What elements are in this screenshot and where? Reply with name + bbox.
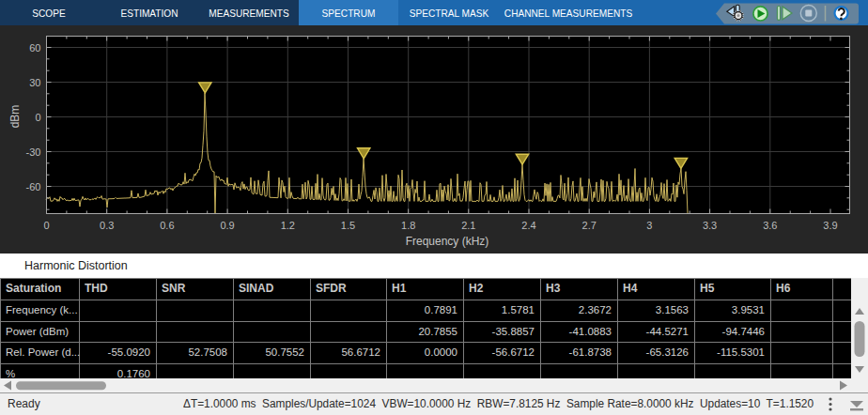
- svg-text:0: 0: [43, 220, 49, 231]
- svg-text:1.2: 1.2: [281, 220, 295, 231]
- svg-text:0.9: 0.9: [220, 220, 234, 231]
- svg-text:2.7: 2.7: [582, 220, 597, 231]
- svg-text:3.9: 3.9: [823, 220, 837, 231]
- svg-text:Frequency (kHz): Frequency (kHz): [406, 235, 489, 248]
- svg-text:3.6: 3.6: [763, 220, 777, 231]
- svg-text:1.8: 1.8: [401, 220, 415, 231]
- svg-text:dBm: dBm: [8, 105, 22, 129]
- svg-text:30: 30: [29, 77, 40, 88]
- svg-text:2.4: 2.4: [521, 220, 535, 231]
- svg-text:0.6: 0.6: [160, 220, 174, 231]
- svg-text:60: 60: [29, 42, 40, 54]
- svg-text:-60: -60: [26, 181, 41, 192]
- svg-text:0.3: 0.3: [100, 220, 114, 231]
- svg-text:3: 3: [646, 220, 652, 231]
- svg-text:3.3: 3.3: [703, 220, 717, 231]
- svg-text:0: 0: [35, 112, 40, 123]
- svg-text:2.1: 2.1: [461, 220, 475, 231]
- svg-text:1.5: 1.5: [341, 220, 355, 231]
- svg-text:-30: -30: [26, 146, 41, 158]
